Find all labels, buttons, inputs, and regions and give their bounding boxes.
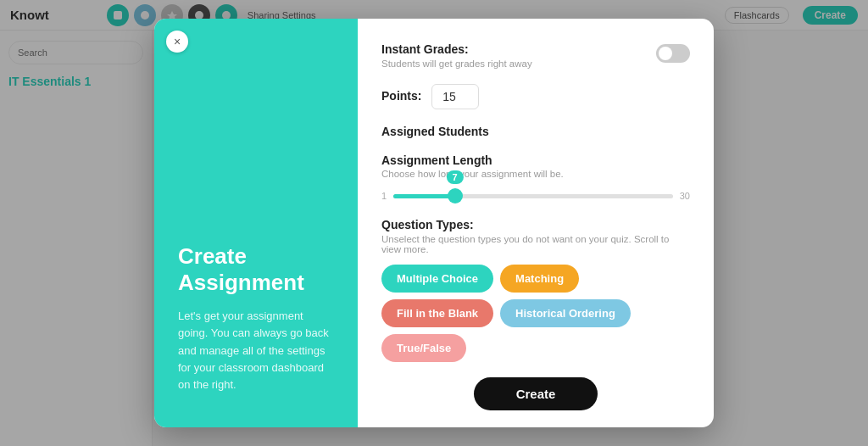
assigned-students-row: Assigned Students [381, 125, 690, 138]
question-type-buttons: Multiple Choice Matching Fill in the Bla… [381, 265, 690, 362]
create-button-row: Create [381, 377, 690, 410]
close-icon: × [174, 35, 181, 48]
question-type-multiple-choice[interactable]: Multiple Choice [381, 265, 493, 293]
slider-track-wrap: 1 7 30 [381, 191, 690, 201]
points-label: Points: [381, 89, 421, 103]
instant-grades-row: Instant Grades: Students will get grades… [381, 42, 690, 69]
slider-track: 7 [393, 194, 673, 198]
slider-min-label: 1 [381, 191, 387, 201]
instant-grades-text: Instant Grades: Students will get grades… [381, 42, 532, 69]
instant-grades-toggle[interactable] [656, 44, 690, 63]
modal-right-panel: Instant Grades: Students will get grades… [358, 19, 714, 427]
modal-title: Create Assignment [178, 243, 334, 296]
instant-grades-sublabel: Students will get grades right away [381, 59, 532, 69]
assigned-students-label: Assigned Students [381, 125, 690, 138]
assignment-length-section: Assignment Length Choose how long your a… [381, 153, 690, 201]
create-assignment-modal: × Create Assignment Let's get your assig… [154, 19, 714, 427]
modal-left-panel: Create Assignment Let's get your assignm… [154, 19, 358, 427]
slider-fill [393, 194, 455, 198]
close-button[interactable]: × [166, 31, 188, 53]
question-types-label: Question Types: [381, 218, 690, 231]
points-input[interactable] [431, 84, 479, 109]
points-row: Points: [381, 84, 690, 109]
assignment-length-label: Assignment Length [381, 153, 690, 167]
question-type-historical-ordering[interactable]: Historical Ordering [500, 299, 631, 327]
instant-grades-label: Instant Grades: [381, 42, 532, 56]
create-assignment-button[interactable]: Create [474, 377, 598, 410]
slider-thumb[interactable] [448, 188, 463, 203]
question-types-section: Question Types: Unselect the question ty… [381, 218, 690, 362]
slider-max-label: 30 [680, 191, 690, 201]
assignment-length-sublabel: Choose how long your assignment will be. [381, 169, 690, 179]
modal-overlay: × Create Assignment Let's get your assig… [0, 0, 868, 446]
modal-description: Let's get your assignment going. You can… [178, 308, 334, 393]
slider-tooltip: 7 [447, 170, 464, 184]
question-type-fill-in-blank[interactable]: Fill in the Blank [381, 299, 493, 327]
question-type-true-false[interactable]: True/False [381, 334, 466, 362]
question-types-sublabel: Unselect the question types you do not w… [381, 234, 690, 254]
question-type-matching[interactable]: Matching [500, 265, 579, 293]
